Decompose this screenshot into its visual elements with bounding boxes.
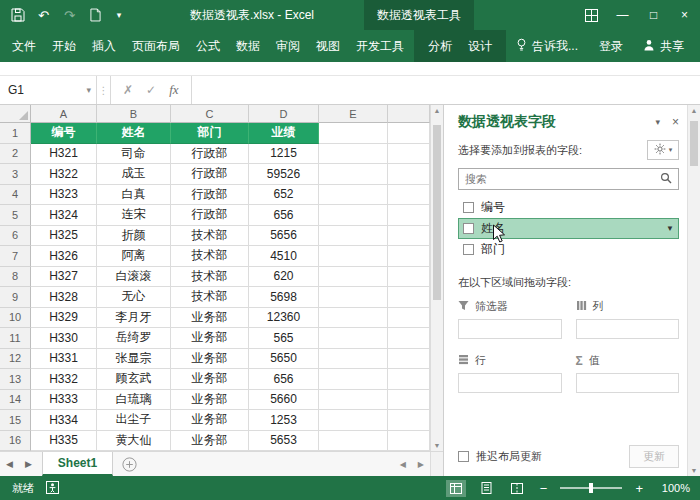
row-header-11[interactable]: 11 bbox=[0, 328, 31, 349]
row-header-16[interactable]: 16 bbox=[0, 431, 31, 452]
grid-cell[interactable]: H328 bbox=[31, 287, 97, 308]
grid-cell[interactable]: 业务部 bbox=[171, 431, 249, 452]
grid-cell[interactable] bbox=[388, 144, 430, 165]
ribbon-tab-view[interactable]: 视图 bbox=[308, 30, 348, 62]
grid-cell[interactable]: H323 bbox=[31, 185, 97, 206]
grid-cell[interactable]: 无心 bbox=[97, 287, 171, 308]
row-header-9[interactable]: 9 bbox=[0, 287, 31, 308]
grid-cell[interactable] bbox=[388, 369, 430, 390]
grid-cell[interactable] bbox=[319, 185, 388, 206]
grid-cell[interactable] bbox=[388, 349, 430, 370]
zoom-slider-thumb[interactable] bbox=[589, 483, 593, 493]
grid-cell[interactable]: H325 bbox=[31, 226, 97, 247]
column-header-b[interactable]: B bbox=[97, 105, 171, 123]
grid-cell[interactable]: 连宋 bbox=[97, 205, 171, 226]
grid-cell[interactable]: H333 bbox=[31, 390, 97, 411]
grid-cell[interactable] bbox=[388, 287, 430, 308]
grid-cell[interactable]: 656 bbox=[249, 205, 319, 226]
sheet-tab-sheet1[interactable]: Sheet1 bbox=[42, 452, 113, 476]
grid-cell[interactable] bbox=[388, 246, 430, 267]
update-button[interactable]: 更新 bbox=[629, 445, 679, 468]
zoom-level[interactable]: 100% bbox=[656, 482, 690, 494]
pane-scrollbar-thumb[interactable] bbox=[690, 121, 698, 166]
grid-cell[interactable]: 业绩 bbox=[249, 123, 319, 144]
rows-dropzone[interactable] bbox=[458, 373, 562, 393]
ribbon-tab-page-layout[interactable]: 页面布局 bbox=[124, 30, 188, 62]
grid-cell[interactable]: 620 bbox=[249, 267, 319, 288]
grid-cell[interactable] bbox=[388, 123, 430, 144]
page-layout-view-icon[interactable] bbox=[477, 479, 496, 497]
formula-bar-grip[interactable]: ⋮ bbox=[97, 76, 111, 104]
values-dropzone[interactable] bbox=[576, 373, 680, 393]
row-header-3[interactable]: 3 bbox=[0, 164, 31, 185]
grid-cell[interactable]: 业务部 bbox=[171, 349, 249, 370]
column-header-d[interactable]: D bbox=[249, 105, 319, 123]
accessibility-icon[interactable] bbox=[46, 481, 59, 496]
grid-cell[interactable]: H330 bbox=[31, 328, 97, 349]
ribbon-tab-review[interactable]: 审阅 bbox=[268, 30, 308, 62]
grid-cell[interactable]: 5650 bbox=[249, 349, 319, 370]
row-header-14[interactable]: 14 bbox=[0, 390, 31, 411]
grid-cell[interactable]: 姓名 bbox=[97, 123, 171, 144]
horizontal-scrollbar-track[interactable] bbox=[146, 452, 393, 476]
qat-dropdown-icon[interactable]: ▾ bbox=[114, 8, 124, 23]
pane-tools-button[interactable]: ▾ bbox=[647, 140, 679, 160]
grid-cell[interactable]: 565 bbox=[249, 328, 319, 349]
grid-cell[interactable] bbox=[319, 349, 388, 370]
row-header-4[interactable]: 4 bbox=[0, 185, 31, 206]
zoom-in-button[interactable]: + bbox=[633, 481, 645, 496]
grid-cell[interactable] bbox=[388, 410, 430, 431]
defer-checkbox[interactable] bbox=[458, 451, 469, 462]
grid-cell[interactable]: 岳绮罗 bbox=[97, 328, 171, 349]
grid-cell[interactable]: H326 bbox=[31, 246, 97, 267]
grid-cell[interactable] bbox=[319, 144, 388, 165]
column-header-partial[interactable] bbox=[388, 105, 430, 123]
grid-cell[interactable]: 业务部 bbox=[171, 390, 249, 411]
grid-cell[interactable]: 技术部 bbox=[171, 246, 249, 267]
sign-in-button[interactable]: 登录 bbox=[599, 38, 623, 55]
grid-cell[interactable]: 行政部 bbox=[171, 205, 249, 226]
redo-icon[interactable]: ↷ bbox=[62, 8, 77, 23]
grid-cell[interactable] bbox=[388, 205, 430, 226]
grid-cell[interactable]: 技术部 bbox=[171, 267, 249, 288]
row-header-7[interactable]: 7 bbox=[0, 246, 31, 267]
pane-scroll-up-icon[interactable]: ▲ bbox=[691, 107, 698, 114]
row-header-2[interactable]: 2 bbox=[0, 144, 31, 165]
grid-cell[interactable]: H334 bbox=[31, 410, 97, 431]
checkbox[interactable] bbox=[463, 202, 474, 213]
grid-cell[interactable]: 白滚滚 bbox=[97, 267, 171, 288]
field-item-number[interactable]: 编号 bbox=[458, 197, 679, 218]
grid-cell[interactable]: 59526 bbox=[249, 164, 319, 185]
grid-cell[interactable] bbox=[319, 369, 388, 390]
grid-cell[interactable] bbox=[388, 431, 430, 452]
grid-cell[interactable] bbox=[319, 246, 388, 267]
new-document-icon[interactable] bbox=[88, 8, 103, 23]
grid-cell[interactable]: H324 bbox=[31, 205, 97, 226]
grid-cell[interactable]: 5660 bbox=[249, 390, 319, 411]
row-header-10[interactable]: 10 bbox=[0, 308, 31, 329]
hscroll-right-icon[interactable]: ▶ bbox=[412, 452, 430, 476]
grid-cell[interactable]: 行政部 bbox=[171, 144, 249, 165]
vertical-scrollbar[interactable]: ▲ ▼ bbox=[430, 105, 443, 451]
vertical-scrollbar-thumb[interactable] bbox=[433, 125, 441, 300]
grid-cell[interactable]: 阿离 bbox=[97, 246, 171, 267]
grid-cell[interactable] bbox=[319, 123, 388, 144]
grid-cell[interactable] bbox=[319, 431, 388, 452]
ribbon-tab-developer[interactable]: 开发工具 bbox=[348, 30, 412, 62]
grid-cell[interactable] bbox=[319, 328, 388, 349]
grid-cell[interactable]: 白琉璃 bbox=[97, 390, 171, 411]
pane-scrollbar[interactable]: ▲ ▼ bbox=[687, 105, 700, 476]
zoom-out-button[interactable]: − bbox=[538, 481, 550, 496]
grid-cell[interactable]: 1215 bbox=[249, 144, 319, 165]
save-icon[interactable] bbox=[10, 8, 25, 23]
field-item-name[interactable]: 姓名▼ bbox=[458, 218, 679, 239]
checkbox[interactable] bbox=[463, 223, 474, 234]
grid-cell[interactable]: 652 bbox=[249, 185, 319, 206]
grid-cell[interactable] bbox=[319, 287, 388, 308]
grid-cell[interactable] bbox=[388, 226, 430, 247]
ribbon-tab-home[interactable]: 开始 bbox=[44, 30, 84, 62]
row-header-1[interactable]: 1 bbox=[0, 123, 31, 144]
pane-options-icon[interactable]: ▾ bbox=[655, 117, 660, 127]
ribbon-tab-analyze[interactable]: 分析 bbox=[420, 30, 460, 62]
grid-cell[interactable]: 司命 bbox=[97, 144, 171, 165]
